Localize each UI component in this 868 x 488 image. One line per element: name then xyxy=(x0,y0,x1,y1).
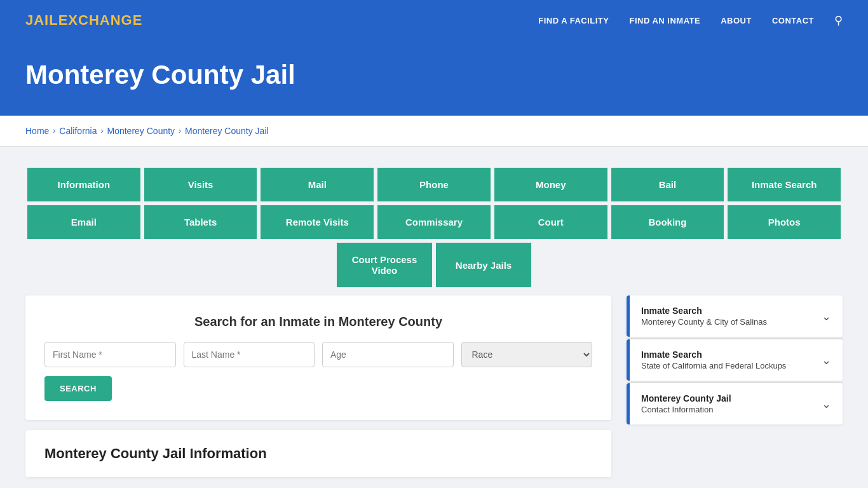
logo-jail: JAIL xyxy=(25,12,58,28)
btn-visits[interactable]: Visits xyxy=(142,166,259,203)
sidebar: Inmate Search Monterey County & City of … xyxy=(627,295,843,477)
btn-commissary[interactable]: Commissary xyxy=(376,203,492,241)
chevron-right-icon: › xyxy=(101,126,104,135)
sidebar-card-header-local[interactable]: Inmate Search Monterey County & City of … xyxy=(627,295,843,337)
content-area: Search for an Inmate in Monterey County … xyxy=(25,295,843,477)
btn-booking[interactable]: Booking xyxy=(609,203,726,241)
sidebar-card-header-contact[interactable]: Monterey County Jail Contact Information… xyxy=(627,383,843,424)
search-form-row: Race White Black Hispanic Asian Other xyxy=(44,342,592,367)
nav-contact[interactable]: CONTACT xyxy=(772,16,814,25)
chevron-right-icon: › xyxy=(179,126,181,135)
chevron-down-icon: ⌄ xyxy=(822,309,831,323)
info-section: Monterey County Jail Information xyxy=(25,430,611,477)
btn-tablets[interactable]: Tablets xyxy=(142,203,259,241)
header: JAILEXCHANGE FIND A FACILITY FIND AN INM… xyxy=(0,0,868,41)
main-content: Information Visits Mail Phone Money Bail… xyxy=(0,147,868,488)
breadcrumb-bar: Home › California › Monterey County › Mo… xyxy=(0,116,868,147)
button-row-1: Information Visits Mail Phone Money Bail… xyxy=(25,166,843,203)
btn-inmate-search[interactable]: Inmate Search xyxy=(726,166,843,203)
logo[interactable]: JAILEXCHANGE xyxy=(25,12,142,29)
first-name-input[interactable] xyxy=(44,342,176,367)
chevron-right-icon: › xyxy=(53,126,55,135)
sidebar-card-title-contact: Monterey County Jail xyxy=(641,393,731,403)
search-button[interactable]: SEARCH xyxy=(44,376,112,401)
btn-bail[interactable]: Bail xyxy=(609,166,726,203)
main-nav: FIND A FACILITY FIND AN INMATE ABOUT CON… xyxy=(538,13,843,27)
sidebar-card-sub-contact: Contact Information xyxy=(641,405,731,414)
sidebar-card-contact: Monterey County Jail Contact Information… xyxy=(627,383,843,424)
hero-section: Monterey County Jail xyxy=(0,41,868,116)
page-title: Monterey County Jail xyxy=(25,60,843,90)
btn-information[interactable]: Information xyxy=(25,166,142,203)
sidebar-card-sub-local: Monterey County & City of Salinas xyxy=(641,317,767,327)
button-row-3: Court Process Video Nearby Jails xyxy=(25,241,843,289)
breadcrumb-home[interactable]: Home xyxy=(25,126,49,136)
btn-court[interactable]: Court xyxy=(492,203,609,241)
btn-photos[interactable]: Photos xyxy=(726,203,843,241)
logo-exchange: EXCHANGE xyxy=(58,12,143,28)
breadcrumb-county[interactable]: Monterey County xyxy=(107,126,175,136)
nav-about[interactable]: ABOUT xyxy=(721,16,752,25)
btn-phone[interactable]: Phone xyxy=(376,166,492,203)
breadcrumb-state[interactable]: California xyxy=(59,126,97,136)
btn-remote-visits[interactable]: Remote Visits xyxy=(259,203,376,241)
button-row-2: Email Tablets Remote Visits Commissary C… xyxy=(25,203,843,241)
breadcrumb-current: Monterey County Jail xyxy=(185,126,269,136)
sidebar-card-header-state[interactable]: Inmate Search State of California and Fe… xyxy=(627,339,843,381)
sidebar-card-sub-state: State of California and Federal Lockups xyxy=(641,361,786,370)
btn-mail[interactable]: Mail xyxy=(259,166,376,203)
btn-email[interactable]: Email xyxy=(25,203,142,241)
left-column: Search for an Inmate in Monterey County … xyxy=(25,295,611,477)
search-icon[interactable]: ⚲ xyxy=(834,13,843,27)
sidebar-card-local-search: Inmate Search Monterey County & City of … xyxy=(627,295,843,337)
search-title: Search for an Inmate in Monterey County xyxy=(44,315,592,329)
chevron-down-icon: ⌄ xyxy=(822,353,831,367)
btn-nearby-jails[interactable]: Nearby Jails xyxy=(434,241,533,289)
nav-find-inmate[interactable]: FIND AN INMATE xyxy=(629,16,700,25)
sidebar-card-title-local: Inmate Search xyxy=(641,306,767,316)
last-name-input[interactable] xyxy=(184,342,315,367)
age-input[interactable] xyxy=(322,342,454,367)
nav-find-facility[interactable]: FIND A FACILITY xyxy=(538,16,609,25)
chevron-down-icon: ⌄ xyxy=(822,397,831,411)
info-title: Monterey County Jail Information xyxy=(44,445,592,462)
race-select[interactable]: Race White Black Hispanic Asian Other xyxy=(461,342,593,367)
sidebar-card-title-state: Inmate Search xyxy=(641,349,786,360)
btn-money[interactable]: Money xyxy=(492,166,609,203)
sidebar-card-state-search: Inmate Search State of California and Fe… xyxy=(627,339,843,381)
breadcrumb: Home › California › Monterey County › Mo… xyxy=(25,126,843,136)
inmate-search-box: Search for an Inmate in Monterey County … xyxy=(25,295,611,420)
btn-court-video[interactable]: Court Process Video xyxy=(335,241,434,289)
